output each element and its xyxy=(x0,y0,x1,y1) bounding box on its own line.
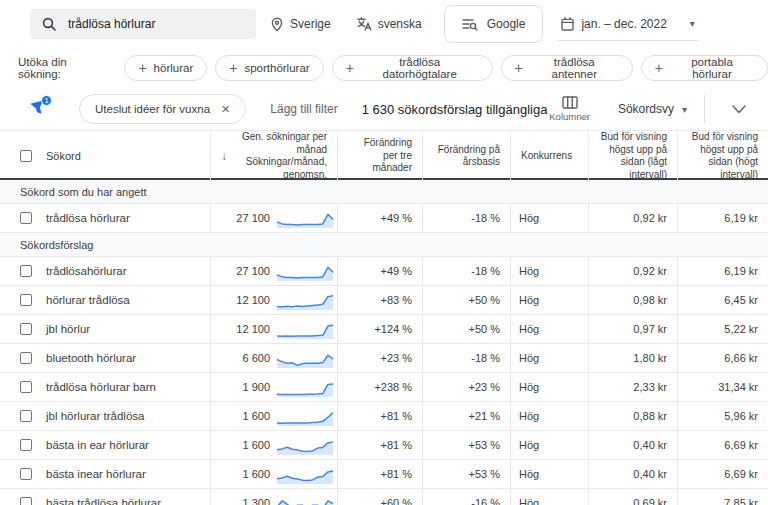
competition: Hög xyxy=(519,212,539,224)
location-pin-icon xyxy=(270,17,284,32)
search-trend-sparkline xyxy=(277,207,333,229)
header-bid-high[interactable]: Bud för visning högst upp på sidan (högt… xyxy=(677,131,768,181)
filter-count-badge: 1 xyxy=(41,95,52,106)
header-yoy-change[interactable]: Förändring på årsbasis xyxy=(422,131,510,181)
expand-keyword-chip[interactable]: + trådlösa antenner xyxy=(501,55,633,81)
row-checkbox[interactable] xyxy=(20,323,32,335)
bid-high: 6,66 kr xyxy=(724,352,758,364)
section-label: Sökordsförslag xyxy=(20,239,93,251)
chip-label: hörlurar xyxy=(154,62,194,74)
yoy-change: -18 % xyxy=(471,212,500,224)
bid-high: 6,45 kr xyxy=(724,294,758,306)
table-row: jbl hörlur 12 100 +124 % +50 % Hög 0,97 … xyxy=(0,315,768,344)
row-checkbox[interactable] xyxy=(20,381,32,393)
header-three-month-change[interactable]: Förändring per tre månader xyxy=(337,131,422,181)
table-row: bästa trådlösa hörlurar 1 300 +60 % -16 … xyxy=(0,489,768,505)
plus-icon: + xyxy=(138,61,146,75)
bid-low: 1,80 kr xyxy=(633,352,667,364)
topbar: trådlösa hörlurar Sverige svenska Google xyxy=(0,0,768,48)
language-selector[interactable]: svenska xyxy=(357,17,422,31)
three-month-change: +23 % xyxy=(381,352,413,364)
bid-low: 0,40 kr xyxy=(633,468,667,480)
yoy-change: +23 % xyxy=(469,381,501,393)
sort-desc-icon: ↓ xyxy=(221,150,227,163)
keyword-label: trådlösa hörlurar barn xyxy=(46,381,156,393)
location-selector[interactable]: Sverige xyxy=(270,17,331,32)
bid-high: 6,69 kr xyxy=(724,439,758,451)
header-avg-monthly-searches[interactable]: ↓ Gen. sökningar per månad Sökningar/mån… xyxy=(210,131,337,181)
search-trend-sparkline xyxy=(277,318,333,340)
columns-label: Kolumner xyxy=(549,111,590,122)
search-network-icon xyxy=(462,18,478,31)
chip-label: portabla hörlurar xyxy=(670,56,754,80)
close-icon[interactable]: ✕ xyxy=(221,103,230,116)
avg-monthly-searches: 1 600 xyxy=(242,439,270,451)
three-month-change: +49 % xyxy=(381,212,413,224)
bid-high: 7,85 kr xyxy=(724,497,758,505)
competition: Hög xyxy=(519,468,539,480)
row-checkbox[interactable] xyxy=(20,352,32,364)
row-checkbox[interactable] xyxy=(20,439,32,451)
network-selector[interactable]: Google xyxy=(444,5,544,43)
translate-icon xyxy=(357,17,372,31)
bid-high: 5,22 kr xyxy=(724,323,758,335)
keyword-label: jbl hörlur xyxy=(46,323,90,335)
chevron-down-icon: ▾ xyxy=(682,104,687,115)
yoy-change: +50 % xyxy=(469,294,501,306)
table-row: jbl hörlurar trådlösa 1 600 +81 % +21 % … xyxy=(0,402,768,431)
filter-button[interactable]: 1 xyxy=(30,99,52,119)
three-month-change: +49 % xyxy=(381,265,413,277)
table-body: Sökord som du har angett trådlösa hörlur… xyxy=(0,180,768,505)
select-all-checkbox[interactable] xyxy=(20,150,32,162)
competition: Hög xyxy=(519,439,539,451)
exclude-adult-ideas-chip[interactable]: Uteslut idéer för vuxna ✕ xyxy=(79,94,246,124)
view-label: Sökordsvy xyxy=(618,102,674,116)
avg-monthly-searches: 1 600 xyxy=(242,410,270,422)
table-section-header: Sökordsförslag xyxy=(0,233,768,257)
avg-monthly-searches: 1 300 xyxy=(242,497,270,505)
toolbar-right: Kolumner Sökordsvy ▾ xyxy=(549,95,756,123)
competition: Hög xyxy=(519,294,539,306)
row-checkbox[interactable] xyxy=(20,497,32,505)
table-row: trådlösahörlurar 27 100 +49 % -18 % Hög … xyxy=(0,257,768,286)
bid-low: 0,92 kr xyxy=(633,212,667,224)
row-checkbox[interactable] xyxy=(20,294,32,306)
keyword-label: bluetooth hörlurar xyxy=(46,352,136,364)
row-checkbox[interactable] xyxy=(20,212,32,224)
date-range-selector[interactable]: jan. – dec. 2022 ▾ xyxy=(557,7,698,41)
competition: Hög xyxy=(519,323,539,335)
expand-keyword-chip[interactable]: + trådlösa datorhögtalare xyxy=(332,55,493,81)
add-filter-button[interactable]: Lägg till filter xyxy=(270,102,337,116)
chip-label: trådlösa datorhögtalare xyxy=(361,56,479,80)
search-trend-sparkline xyxy=(277,434,333,456)
collapse-panel-button[interactable] xyxy=(722,105,756,114)
expand-search-label: Utöka din sökning: xyxy=(18,56,112,80)
avg-monthly-searches: 27 100 xyxy=(236,265,270,277)
columns-icon xyxy=(562,96,578,109)
keyword-label: bästa in ear hörlurar xyxy=(46,439,149,451)
search-trend-sparkline xyxy=(277,260,333,282)
search-trend-sparkline xyxy=(277,492,333,505)
keyword-label: trådlösahörlurar xyxy=(46,265,127,277)
table-row: bästa inear hörlurar 1 600 +81 % +53 % H… xyxy=(0,460,768,489)
three-month-change: +124 % xyxy=(374,323,412,335)
columns-button[interactable]: Kolumner xyxy=(549,96,590,122)
keyword-label: hörlurar trådlösa xyxy=(46,294,130,306)
keyword-search-box[interactable]: trådlösa hörlurar xyxy=(30,9,256,39)
bid-low: 0,98 kr xyxy=(633,294,667,306)
expand-keyword-chip[interactable]: + hörlurar xyxy=(124,55,207,81)
plus-icon: + xyxy=(229,61,237,75)
keyword-view-selector[interactable]: Sökordsvy ▾ xyxy=(618,102,687,116)
header-bid-low[interactable]: Bud för visning högst upp på sidan (lågt… xyxy=(588,131,677,181)
row-checkbox[interactable] xyxy=(20,265,32,277)
expand-keyword-chip[interactable]: + sporthörlurar xyxy=(215,55,323,81)
bid-low: 2,33 kr xyxy=(633,381,667,393)
table-row: trådlösa hörlurar barn 1 900 +238 % +23 … xyxy=(0,373,768,402)
row-checkbox[interactable] xyxy=(20,410,32,422)
competition: Hög xyxy=(519,265,539,277)
expand-keyword-chip[interactable]: + portabla hörlurar xyxy=(641,55,768,81)
header-competition[interactable]: Konkurrens xyxy=(510,131,588,181)
yoy-change: +21 % xyxy=(469,410,501,422)
row-checkbox[interactable] xyxy=(20,468,32,480)
search-trend-sparkline xyxy=(277,463,333,485)
